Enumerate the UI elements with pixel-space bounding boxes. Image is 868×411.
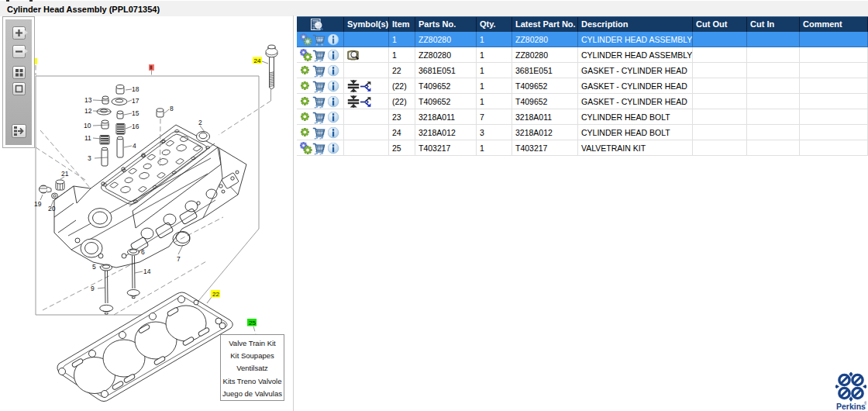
svg-text:14: 14: [143, 268, 151, 275]
svg-text:12: 12: [84, 107, 92, 115]
svg-text:8: 8: [170, 105, 174, 112]
svg-text:11: 11: [84, 134, 91, 142]
svg-text:16: 16: [132, 123, 140, 130]
svg-text:22: 22: [212, 291, 219, 298]
svg-text:13: 13: [84, 96, 92, 104]
svg-text:15: 15: [132, 109, 140, 117]
svg-text:19: 19: [34, 200, 42, 208]
svg-text:6: 6: [141, 248, 145, 256]
svg-text:5: 5: [92, 263, 96, 271]
svg-text:25: 25: [249, 319, 256, 326]
svg-text:10: 10: [84, 122, 91, 130]
svg-text:17: 17: [132, 97, 140, 105]
svg-text:21: 21: [61, 170, 69, 178]
svg-text:20: 20: [48, 205, 56, 212]
svg-text:9: 9: [91, 285, 95, 292]
svg-text:4: 4: [133, 142, 136, 150]
svg-text:Perkins: Perkins: [836, 402, 866, 411]
svg-text:24: 24: [254, 57, 261, 64]
svg-text:2: 2: [198, 119, 202, 126]
svg-text:7: 7: [177, 255, 181, 263]
svg-text:18: 18: [132, 85, 140, 93]
svg-text:®: ®: [864, 401, 866, 406]
svg-text:3: 3: [88, 154, 91, 162]
